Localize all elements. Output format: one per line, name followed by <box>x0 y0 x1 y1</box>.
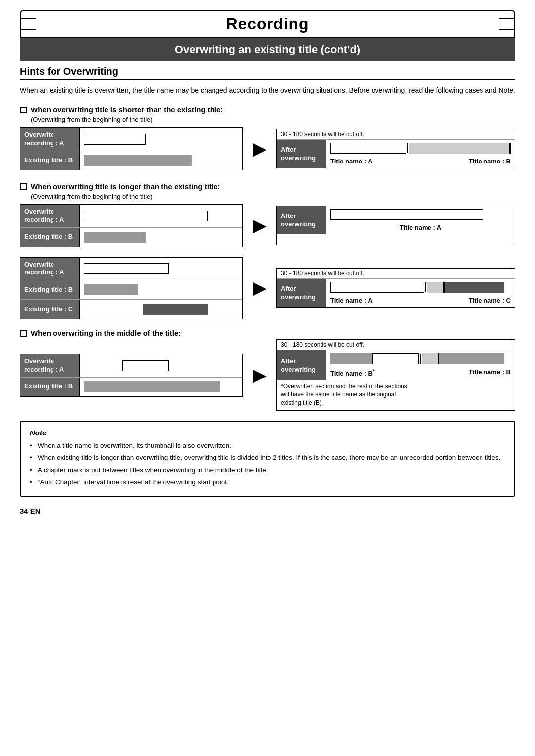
longer-b-right-titles: Title name : A Title name : C <box>326 296 515 307</box>
shorter-right-content: Title name : A Title name : B <box>326 140 515 168</box>
diagram-longer-b: Overwriterecording : A Existing title : … <box>20 257 515 320</box>
bar-overwrite-a <box>84 134 146 145</box>
spacer-middle-a <box>84 365 122 367</box>
subsection-longer-subtitle: (Overwriting from the beginning of the t… <box>31 193 515 200</box>
title-name-a-longer-b: Title name : A <box>330 297 429 304</box>
cell-label-longer-a-overwrite: Overwriterecording : A <box>20 205 80 227</box>
diagram-cell-middle-existing-b: Existing title : B <box>20 378 242 396</box>
subsection-shorter-subtitle: (Overwriting from the beginning of the t… <box>31 116 515 123</box>
bar-middle-after-b-left <box>330 353 372 364</box>
arrow-shorter: ▶ <box>253 138 267 159</box>
middle-right-bars <box>326 350 515 367</box>
diagram-longer-a: Overwriterecording : A Existing title : … <box>20 204 515 247</box>
diagram-shorter-right: 30 - 180 seconds will be cut off. Aftero… <box>276 129 515 168</box>
bar-existing-b <box>84 155 192 166</box>
cell-label-existing-b: Existing title : B <box>20 151 80 170</box>
checkbox-icon-shorter <box>20 107 27 113</box>
bar-middle-cut <box>422 353 439 364</box>
bar-after-a-shorter <box>330 143 406 154</box>
checkbox-icon-middle <box>20 330 27 337</box>
bar-longer-a-overwrite <box>84 211 208 221</box>
vline-middle <box>420 354 421 364</box>
diagram-cell-longer-b-existing-b: Existing title : B <box>20 280 242 300</box>
longer-a-right-content: Title name : A <box>326 206 515 234</box>
diagram-cell-longer-a-overwrite: Overwriterecording : A <box>20 205 242 228</box>
diagram-cell-longer-a-existing: Existing title : B <box>20 228 242 247</box>
bar-longer-b-existing-b <box>84 284 138 295</box>
cell-content-longer-b-existing-c <box>80 300 242 319</box>
cell-content-longer-a-existing <box>80 228 242 247</box>
bar-middle-existing-b <box>84 381 220 392</box>
bar-middle-overwrite <box>122 360 169 371</box>
bar-longer-b-overwrite <box>84 263 169 274</box>
diagram-shorter-left: Overwriterecording : A Existing title : … <box>20 127 243 170</box>
cell-label-longer-b-existing-c: Existing title : C <box>20 300 80 319</box>
section-header: Overwriting an existing title (cont'd) <box>20 38 515 61</box>
page-title: Recording <box>226 15 309 33</box>
cell-content-middle-existing-b <box>80 378 242 396</box>
diagram-longer-a-left: Overwriterecording : A Existing title : … <box>20 204 243 247</box>
checkbox-icon-longer <box>20 183 27 190</box>
cell-label-middle-overwrite: Overwriterecording : A <box>20 354 80 377</box>
longer-a-after-label: Afteroverwriting <box>277 206 326 234</box>
bar-longer-b-existing-c <box>143 304 208 315</box>
middle-after-label: Afteroverwriting <box>277 350 326 380</box>
diagram-longer-a-right: Afteroverwriting Title name : A <box>276 206 515 245</box>
page-container: Recording Overwriting an existing title … <box>20 10 515 515</box>
bar-longer-a-after <box>330 209 483 220</box>
title-name-a-shorter: Title name : A <box>330 158 421 165</box>
subsection-shorter: When overwriting title is shorter than t… <box>20 106 515 170</box>
note-box: Note When a title name is overwritten, i… <box>20 421 515 497</box>
cell-content-overwrite-a <box>80 130 242 149</box>
longer-b-right-bars <box>326 279 515 296</box>
arrow-longer-b: ▶ <box>253 277 267 298</box>
longer-a-right-bars <box>326 206 515 223</box>
cell-content-existing-b <box>80 151 242 170</box>
cell-label-longer-b-overwrite: Overwriterecording : A <box>20 258 80 280</box>
bar-after-b-cut <box>409 143 511 154</box>
cell-content-longer-b-overwrite <box>80 259 242 278</box>
note-title: Note <box>30 429 505 437</box>
intro-text: When an existing title is overwritten, t… <box>20 85 515 96</box>
diagram-shorter: Overwriterecording : A Existing title : … <box>20 127 515 170</box>
shorter-right-bars <box>326 140 515 157</box>
cell-label-longer-b-existing-b: Existing title : B <box>20 280 80 299</box>
bar-longer-a-existing <box>84 232 146 243</box>
shorter-right-note: 30 - 180 seconds will be cut off. <box>277 129 515 140</box>
cell-content-middle-overwrite <box>80 356 242 375</box>
subsection-shorter-title: When overwriting title is shorter than t… <box>20 106 515 114</box>
diagram-cell-longer-b-overwrite: Overwriterecording : A <box>20 258 242 281</box>
arrow-middle: ▶ <box>253 365 267 385</box>
diagram-longer-b-right: 30 - 180 seconds will be cut off. Aftero… <box>276 268 515 308</box>
bar-longer-b-after-a <box>330 282 424 293</box>
diagram-cell-longer-b-existing-c: Existing title : C <box>20 300 242 319</box>
bar-middle-after-b-right <box>439 353 504 364</box>
longer-a-right-combined: Afteroverwriting Title name : A <box>277 206 515 234</box>
longer-a-right-titles: Title name : A <box>326 223 515 234</box>
title-name-b-shorter: Title name : B <box>421 158 511 165</box>
diagram-middle-left: Overwriterecording : A Existing title : … <box>20 354 243 397</box>
note-item-3: A chapter mark is put between titles whe… <box>30 465 505 475</box>
subsection-longer-title: When overwriting title is longer than th… <box>20 182 515 191</box>
note-item-1: When a title name is overwritten, its th… <box>30 441 505 451</box>
bar-middle-after-a <box>372 353 419 364</box>
middle-right-titles: Title name : B* Title name : B <box>326 367 515 380</box>
middle-right-content: Title name : B* Title name : B <box>326 350 515 380</box>
hints-title: Hints for Overwriting <box>20 66 515 80</box>
note-item-2: When existing title is longer than overw… <box>30 453 505 463</box>
title-name-b-star-middle: Title name : B* <box>330 368 429 377</box>
diagram-middle-right: 30 - 180 seconds will be cut off. Aftero… <box>276 339 515 411</box>
cell-content-longer-a-overwrite <box>80 207 242 225</box>
arrow-longer-a: ▶ <box>253 215 267 236</box>
title-name-a-longer: Title name : A <box>330 224 511 231</box>
diagram-longer-b-left: Overwriterecording : A Existing title : … <box>20 257 243 320</box>
cell-label-middle-existing-b: Existing title : B <box>20 378 80 396</box>
middle-right-note: 30 - 180 seconds will be cut off. <box>277 340 515 350</box>
longer-b-right-combined: Afteroverwriting Title name : A Title na… <box>277 279 515 307</box>
shorter-after-label: Afteroverwriting <box>277 140 326 168</box>
subsection-middle: When overwriting in the middle of the ti… <box>20 329 515 411</box>
diagram-cell-middle-overwrite: Overwriterecording : A <box>20 354 242 378</box>
bar-longer-b-after-c <box>445 282 504 293</box>
cell-label-overwrite-a: Overwriterecording : A <box>20 128 80 151</box>
shorter-right-titles: Title name : A Title name : B <box>326 157 515 168</box>
